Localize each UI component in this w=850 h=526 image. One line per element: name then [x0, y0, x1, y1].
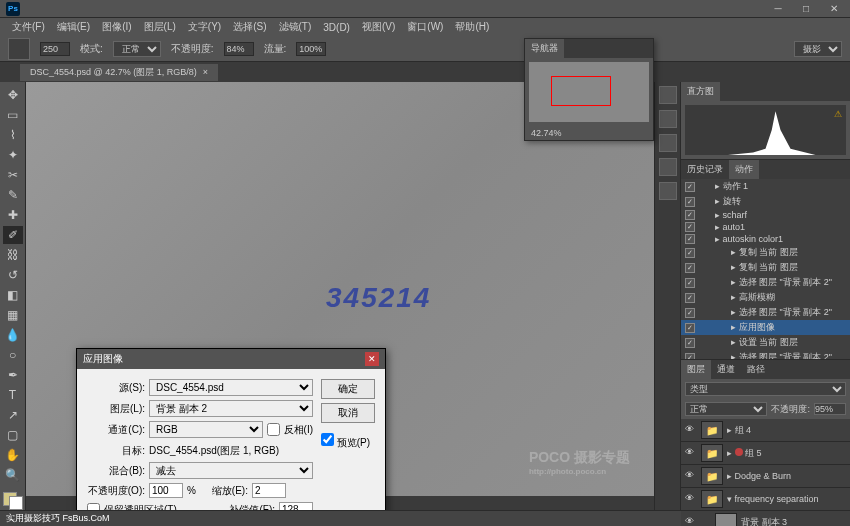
- menu-item[interactable]: 图层(L): [140, 20, 180, 34]
- stamp-tool[interactable]: ⛓: [3, 246, 23, 264]
- action-row[interactable]: ✓▸ 高斯模糊: [681, 290, 850, 305]
- minimize-button[interactable]: ─: [768, 2, 788, 16]
- blur-tool[interactable]: 💧: [3, 326, 23, 344]
- document-tab[interactable]: DSC_4554.psd @ 42.7% (图层 1, RGB/8) ×: [20, 64, 218, 81]
- layer-select[interactable]: 背景 副本 2: [149, 400, 313, 417]
- brush-size-input[interactable]: [40, 42, 70, 56]
- gradient-tool[interactable]: ▦: [3, 306, 23, 324]
- menu-item[interactable]: 选择(S): [229, 20, 270, 34]
- layer-row[interactable]: 👁📁▸ 组 4: [681, 419, 850, 442]
- brush-tool[interactable]: ✐: [3, 226, 23, 244]
- navigator-preview[interactable]: [529, 62, 649, 122]
- menu-item[interactable]: 文件(F): [8, 20, 49, 34]
- ok-button[interactable]: 确定: [321, 379, 375, 399]
- action-row[interactable]: ✓▸ auto1: [681, 221, 850, 233]
- invert-label: 反相(I): [284, 423, 313, 437]
- paths-tab[interactable]: 路径: [741, 360, 771, 379]
- menu-item[interactable]: 滤镜(T): [275, 20, 316, 34]
- menu-item[interactable]: 帮助(H): [451, 20, 493, 34]
- blend-select[interactable]: 减去: [149, 462, 313, 479]
- crop-tool[interactable]: ✂: [3, 166, 23, 184]
- flow-input[interactable]: [296, 42, 326, 56]
- actions-tab[interactable]: 动作: [729, 160, 759, 179]
- layers-tab[interactable]: 图层: [681, 360, 711, 379]
- offset-input[interactable]: [279, 502, 313, 510]
- layer-row[interactable]: 👁📁▾ frequency separation: [681, 488, 850, 511]
- dock-icon[interactable]: [659, 86, 677, 104]
- close-button[interactable]: ✕: [824, 2, 844, 16]
- layer-opacity-input[interactable]: [814, 403, 846, 415]
- dlg-opacity-input[interactable]: [149, 483, 183, 498]
- shape-tool[interactable]: ▢: [3, 426, 23, 444]
- scale-label: 缩放(E):: [200, 484, 248, 498]
- path-tool[interactable]: ↗: [3, 406, 23, 424]
- navigator-panel[interactable]: 导航器 42.74%: [524, 38, 654, 141]
- workspace-select[interactable]: 摄影: [794, 41, 842, 57]
- histogram-tab[interactable]: 直方图: [681, 82, 720, 101]
- menu-item[interactable]: 图像(I): [98, 20, 135, 34]
- action-row[interactable]: ✓▸ 复制 当前 图层: [681, 245, 850, 260]
- cancel-button[interactable]: 取消: [321, 403, 375, 423]
- scale-input[interactable]: [252, 483, 286, 498]
- marquee-tool[interactable]: ▭: [3, 106, 23, 124]
- layer-row[interactable]: 👁背景 副本 3: [681, 511, 850, 526]
- wand-tool[interactable]: ✦: [3, 146, 23, 164]
- layer-row[interactable]: 👁📁▸ Dodge & Burn: [681, 465, 850, 488]
- blend-label: 混合(B):: [87, 464, 145, 478]
- channels-tab[interactable]: 通道: [711, 360, 741, 379]
- action-row[interactable]: ✓▸ 选择 图层 "背景 副本 2": [681, 305, 850, 320]
- dock-icon[interactable]: [659, 158, 677, 176]
- pen-tool[interactable]: ✒: [3, 366, 23, 384]
- dock-icon[interactable]: [659, 110, 677, 128]
- blend-mode-select[interactable]: 正常: [113, 41, 161, 57]
- action-row[interactable]: ✓▸ 设置 当前 图层: [681, 335, 850, 350]
- menu-item[interactable]: 编辑(E): [53, 20, 94, 34]
- warning-icon[interactable]: ⚠: [834, 109, 842, 119]
- dodge-tool[interactable]: ○: [3, 346, 23, 364]
- history-tab[interactable]: 历史记录: [681, 160, 729, 179]
- eraser-tool[interactable]: ◧: [3, 286, 23, 304]
- close-tab-icon[interactable]: ×: [203, 67, 208, 77]
- lasso-tool[interactable]: ⌇: [3, 126, 23, 144]
- navigator-tab[interactable]: 导航器: [525, 39, 564, 58]
- action-row[interactable]: ✓▸ 旋转: [681, 194, 850, 209]
- action-row[interactable]: ✓▸ 选择 图层 "背景 副本 2": [681, 350, 850, 359]
- history-brush-tool[interactable]: ↺: [3, 266, 23, 284]
- layer-row[interactable]: 👁📁▸ 组 5: [681, 442, 850, 465]
- action-row[interactable]: ✓▸ 动作 1: [681, 179, 850, 194]
- menubar: 文件(F)编辑(E)图像(I)图层(L)文字(Y)选择(S)滤镜(T)3D(D)…: [0, 18, 850, 36]
- channel-select[interactable]: RGB: [149, 421, 263, 438]
- action-row[interactable]: ✓▸ 应用图像: [681, 320, 850, 335]
- menu-item[interactable]: 3D(D): [319, 22, 354, 33]
- heal-tool[interactable]: ✚: [3, 206, 23, 224]
- preserve-label: 保留透明区域(T): [104, 503, 177, 511]
- menu-item[interactable]: 视图(V): [358, 20, 399, 34]
- action-row[interactable]: ✓▸ 选择 图层 "背景 副本 2": [681, 275, 850, 290]
- menu-item[interactable]: 窗口(W): [403, 20, 447, 34]
- dock-icon[interactable]: [659, 134, 677, 152]
- move-tool[interactable]: ✥: [3, 86, 23, 104]
- hand-tool[interactable]: ✋: [3, 446, 23, 464]
- opacity-input[interactable]: [224, 42, 254, 56]
- action-row[interactable]: ✓▸ autoskin color1: [681, 233, 850, 245]
- navigator-zoom[interactable]: 42.74%: [525, 126, 653, 140]
- type-tool[interactable]: T: [3, 386, 23, 404]
- layer-blend-select[interactable]: 正常: [685, 402, 767, 416]
- preserve-checkbox[interactable]: [87, 503, 100, 510]
- action-row[interactable]: ✓▸ 复制 当前 图层: [681, 260, 850, 275]
- menu-item[interactable]: 文字(Y): [184, 20, 225, 34]
- brush-preview[interactable]: [8, 38, 30, 60]
- eyedropper-tool[interactable]: ✎: [3, 186, 23, 204]
- source-select[interactable]: DSC_4554.psd: [149, 379, 313, 396]
- dialog-close-button[interactable]: ✕: [365, 352, 379, 366]
- dock-icon[interactable]: [659, 182, 677, 200]
- color-swatches[interactable]: [3, 492, 23, 510]
- background-swatch[interactable]: [9, 496, 23, 510]
- maximize-button[interactable]: □: [796, 2, 816, 16]
- layer-filter-select[interactable]: 类型: [685, 382, 846, 396]
- navigator-viewport[interactable]: [551, 76, 611, 106]
- zoom-tool[interactable]: 🔍: [3, 466, 23, 484]
- invert-checkbox[interactable]: [267, 423, 280, 436]
- preview-checkbox[interactable]: [321, 433, 334, 446]
- action-row[interactable]: ✓▸ scharf: [681, 209, 850, 221]
